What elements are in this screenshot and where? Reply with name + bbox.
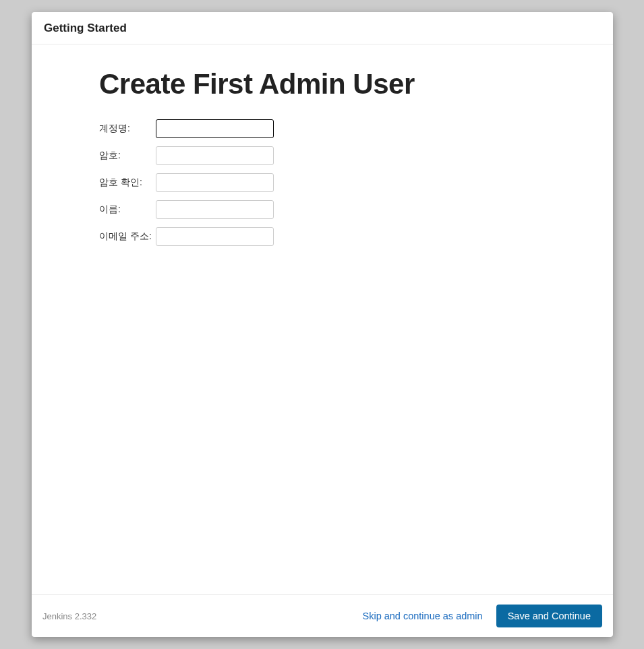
password-label: 암호: xyxy=(99,150,121,160)
fullname-label: 이름: xyxy=(99,204,121,214)
modal-footer: Jenkins 2.332 Skip and continue as admin… xyxy=(32,594,613,637)
save-continue-button[interactable]: Save and Continue xyxy=(496,605,602,627)
email-label: 이메일 주소: xyxy=(99,230,152,241)
confirm-password-label: 암호 확인: xyxy=(99,177,142,187)
modal-header: Getting Started xyxy=(32,12,613,44)
username-input[interactable] xyxy=(156,119,274,138)
modal-title: Getting Started xyxy=(44,22,127,34)
fullname-input[interactable] xyxy=(156,200,274,219)
form-content: Create First Admin User 계정명: 암호: 암호 확인: xyxy=(99,68,613,254)
password-input[interactable] xyxy=(156,146,274,165)
version-label: Jenkins 2.332 xyxy=(42,611,96,621)
setup-wizard-modal: Getting Started Create First Admin User … xyxy=(32,12,613,637)
email-input[interactable] xyxy=(156,227,274,246)
admin-user-form: 계정명: 암호: 암호 확인: xyxy=(99,111,274,254)
confirm-password-input[interactable] xyxy=(156,173,274,192)
modal-body: Create First Admin User 계정명: 암호: 암호 확인: xyxy=(32,44,613,594)
username-label: 계정명: xyxy=(99,123,130,133)
skip-button[interactable]: Skip and continue as admin xyxy=(363,611,483,621)
page-title: Create First Admin User xyxy=(99,68,613,100)
